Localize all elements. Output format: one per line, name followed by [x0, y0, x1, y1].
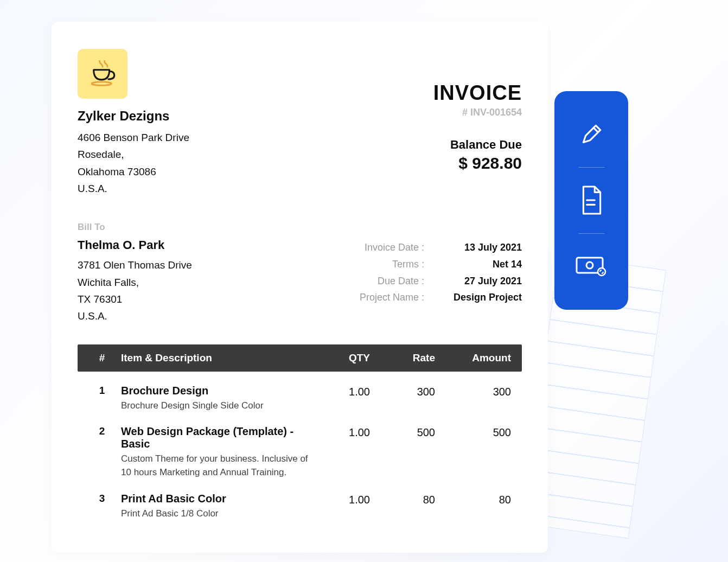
pencil-icon — [578, 121, 605, 148]
invoice-number: # INV-001654 — [433, 107, 522, 118]
row-num: 3 — [88, 493, 116, 521]
company-name: Zylker Dezigns — [78, 108, 189, 124]
company-addr-line: Rosedale, — [78, 146, 189, 163]
table-row: 3 Print Ad Basic Color Print Ad Basic 1/… — [78, 480, 522, 521]
divider — [578, 233, 604, 234]
divider — [578, 167, 604, 168]
bill-to-addr-line: Wichita Falls, — [78, 274, 192, 291]
item-rate: 300 — [370, 385, 435, 413]
meta-row: Project Name : Design Project — [348, 289, 522, 306]
meta-val: Design Project — [446, 289, 522, 306]
item-qty: 1.00 — [310, 385, 370, 413]
row-num: 2 — [88, 425, 116, 479]
action-panel — [554, 91, 628, 310]
balance-due-amount: $ 928.80 — [433, 154, 522, 173]
company-addr-line: 4606 Benson Park Drive — [78, 129, 189, 146]
bill-to-block: Bill To Thelma O. Park 3781 Olen Thomas … — [78, 222, 192, 324]
invoice-card: Zylker Dezigns 4606 Benson Park Drive Ro… — [52, 22, 548, 553]
table-row: 1 Brochure Design Brochure Design Single… — [78, 372, 522, 413]
payment-link-icon — [574, 254, 608, 278]
balance-due-label: Balance Due — [433, 138, 522, 152]
item-description: Print Ad Basic 1/8 Color — [121, 507, 310, 521]
item-title: Web Design Package (Template) - Basic — [121, 425, 310, 450]
item-title: Brochure Design — [121, 385, 310, 397]
line-items-table: # Item & Description QTY Rate Amount 1 B… — [78, 344, 522, 521]
item-qty: 1.00 — [310, 425, 370, 479]
meta-row: Due Date : 27 July 2021 — [348, 273, 522, 290]
row-num: 1 — [88, 385, 116, 413]
col-header-desc: Item & Description — [116, 352, 310, 364]
meta-key: Invoice Date : — [348, 239, 446, 256]
coffee-cup-icon — [87, 58, 118, 90]
bill-to-label: Bill To — [78, 222, 192, 233]
payment-link-button[interactable] — [567, 242, 616, 291]
item-description: Custom Theme for your business. Inclusiv… — [121, 452, 310, 479]
invoice-meta: Invoice Date : 13 July 2021 Terms : Net … — [348, 239, 522, 324]
svg-point-5 — [598, 268, 605, 276]
item-title: Print Ad Basic Color — [121, 493, 310, 505]
document-icon — [578, 184, 605, 216]
table-row: 2 Web Design Package (Template) - Basic … — [78, 412, 522, 479]
item-amount: 80 — [435, 493, 511, 521]
bill-to-name: Thelma O. Park — [78, 238, 192, 252]
meta-val: Net 14 — [446, 256, 522, 273]
company-logo — [78, 49, 127, 99]
table-header: # Item & Description QTY Rate Amount — [78, 344, 522, 372]
meta-key: Project Name : — [348, 289, 446, 306]
bill-to-addr-line: U.S.A. — [78, 308, 192, 324]
document-button[interactable] — [567, 176, 616, 225]
meta-key: Due Date : — [348, 273, 446, 290]
bill-to-addr-line: 3781 Olen Thomas Drive — [78, 257, 192, 273]
meta-row: Terms : Net 14 — [348, 256, 522, 273]
item-amount: 300 — [435, 385, 511, 413]
svg-point-4 — [586, 262, 593, 269]
meta-val: 13 July 2021 — [446, 239, 522, 256]
invoice-title: INVOICE — [433, 81, 522, 105]
edit-button[interactable] — [567, 110, 616, 159]
col-header-amount: Amount — [435, 352, 511, 364]
item-qty: 1.00 — [310, 493, 370, 521]
col-header-rate: Rate — [370, 352, 435, 364]
col-header-num: # — [88, 352, 116, 364]
meta-row: Invoice Date : 13 July 2021 — [348, 239, 522, 256]
svg-point-0 — [92, 82, 111, 85]
meta-val: 27 July 2021 — [446, 273, 522, 290]
company-addr-line: U.S.A. — [78, 180, 189, 197]
item-amount: 500 — [435, 425, 511, 479]
item-rate: 500 — [370, 425, 435, 479]
bill-to-addr-line: TX 76301 — [78, 291, 192, 308]
col-header-qty: QTY — [310, 352, 370, 364]
company-addr-line: Oklahoma 73086 — [78, 163, 189, 180]
item-description: Brochure Design Single Side Color — [121, 399, 310, 413]
meta-key: Terms : — [348, 256, 446, 273]
item-rate: 80 — [370, 493, 435, 521]
